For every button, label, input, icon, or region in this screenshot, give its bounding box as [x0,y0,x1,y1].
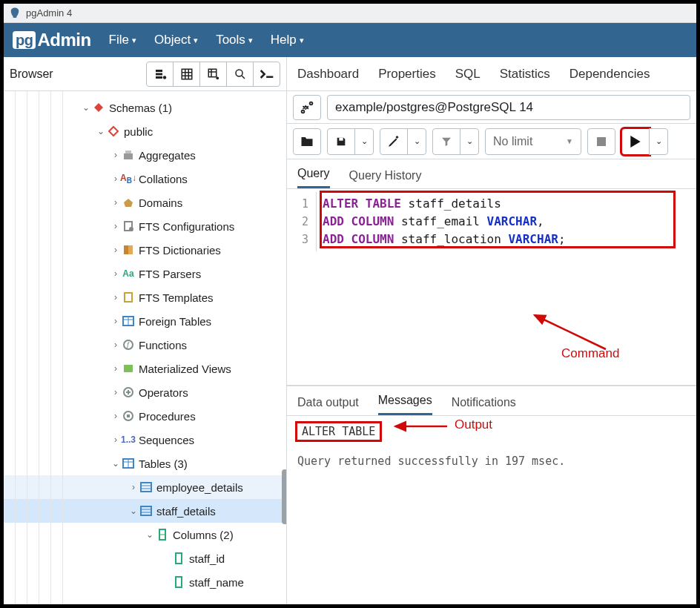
svg-rect-2 [208,69,217,77]
tree-item-operators[interactable]: ›Operators [4,380,286,404]
tree-item-fts-configurations[interactable]: ›FTS Configurations [4,214,286,238]
edit-dropdown[interactable]: ⌄ [407,128,426,155]
object-icon [121,196,136,208]
tree-item-materialized-views[interactable]: ›Materialized Views [4,357,286,380]
scrollbar-thumb[interactable] [282,469,286,524]
open-file-button[interactable] [293,128,321,155]
connection-selector[interactable]: example/postgres@PostgreSQL 14 [327,95,690,120]
menu-tools[interactable]: Tools▾ [216,33,253,47]
object-icon [121,410,136,422]
svg-rect-19 [127,414,130,417]
app-logo: pgAdmin [13,30,91,50]
tree-table-employee[interactable]: › employee_details [4,475,286,499]
chevron-down-icon[interactable]: ⌄ [96,126,106,136]
object-icon [121,315,136,327]
tab-notifications[interactable]: Notifications [452,396,516,415]
browser-search-icon[interactable] [226,62,254,87]
annotation-command-label: Command [561,346,619,361]
chevron-right-icon[interactable]: › [110,221,121,231]
browser-servers-icon[interactable] [146,62,174,87]
filter-button[interactable] [432,128,460,155]
tree-column-id[interactable]: staff_id [4,546,286,570]
tree-table-staff[interactable]: ⌄ staff_details [4,499,286,523]
tree-item-fts-templates[interactable]: ›FTS Templates [4,285,286,309]
menu-help[interactable]: Help▾ [271,33,304,47]
tables-icon [121,457,136,469]
tree-item-functions[interactable]: ›ƒFunctions [4,333,286,357]
object-icon [121,291,136,303]
tab-data-output[interactable]: Data output [297,396,359,415]
tree-tables[interactable]: ⌄ Tables (3) [4,452,286,475]
save-dropdown[interactable]: ⌄ [354,128,374,155]
tab-query-history[interactable]: Query History [349,169,422,188]
tab-dashboard[interactable]: Dashboard [297,67,359,82]
chevron-right-icon[interactable]: › [110,316,121,326]
browser-terminal-icon[interactable] [253,62,280,87]
object-icon: 1..3 [121,434,136,445]
stop-button[interactable] [587,128,615,155]
chevron-right-icon[interactable]: › [110,197,121,208]
browser-grid-icon[interactable] [173,62,200,87]
object-icon: ƒ [121,339,136,351]
tree-columns[interactable]: ⌄ Columns (2) [4,523,286,546]
menu-file[interactable]: File▾ [109,33,136,47]
tab-query[interactable]: Query [297,167,330,188]
chevron-down-icon[interactable]: ⌄ [145,529,155,540]
tree-item-collations[interactable]: ›AB↓Collations [4,167,286,191]
tab-properties[interactable]: Properties [378,67,435,82]
chevron-right-icon[interactable]: › [110,268,121,279]
menu-object[interactable]: Object▾ [154,33,198,47]
save-button[interactable] [327,128,355,155]
tree-item-sequences[interactable]: ›1..3Sequences [4,428,286,452]
edit-button[interactable] [380,128,408,155]
messages-panel: ALTER TABLE Output Query returned succes… [287,416,696,475]
svg-rect-5 [266,76,273,78]
tab-messages[interactable]: Messages [378,394,432,415]
chevron-down-icon[interactable]: ⌄ [81,102,91,113]
message-status: ALTER TABLE [297,423,380,440]
tree-public[interactable]: ⌄ public [4,119,286,143]
chevron-right-icon[interactable]: › [128,482,139,492]
main-tabs: Dashboard Properties SQL Statistics Depe… [287,57,696,91]
chevron-right-icon[interactable]: › [110,174,121,184]
tab-dependencies[interactable]: Dependencies [569,67,650,82]
tree-item-foreign-tables[interactable]: ›Foreign Tables [4,309,286,333]
browser-filter-icon[interactable] [199,62,227,87]
tree-schemas[interactable]: ⌄ Schemas (1) [4,96,286,119]
chevron-right-icon[interactable]: › [110,434,121,445]
filter-dropdown[interactable]: ⌄ [460,128,479,155]
svg-point-0 [162,76,166,79]
object-tree[interactable]: ⌄ Schemas (1) ⌄ public ›Aggregates›AB↓Co… [4,91,286,604]
chevron-right-icon[interactable]: › [110,292,121,303]
svg-rect-28 [339,137,343,140]
object-icon [121,149,136,161]
execute-dropdown[interactable]: ⌄ [649,128,668,155]
chevron-right-icon[interactable]: › [110,340,121,350]
object-icon: AB↓ [121,173,136,185]
svg-point-26 [302,110,305,113]
svg-rect-6 [124,153,133,159]
limit-selector[interactable]: No limit ▼ [485,128,581,155]
chevron-down-icon[interactable]: ⌄ [110,458,121,469]
sql-editor[interactable]: 123 ALTER TABLE staff_detailsADD COLUMN … [287,189,696,251]
tree-item-fts-parsers[interactable]: ›AaFTS Parsers [4,262,286,285]
object-icon [121,220,136,232]
chevron-down-icon[interactable]: ⌄ [128,506,139,516]
connection-icon[interactable] [293,95,321,120]
tree-column-name[interactable]: staff_name [4,570,286,594]
tab-statistics[interactable]: Statistics [500,67,550,82]
svg-rect-25 [176,577,182,587]
chevron-right-icon[interactable]: › [110,363,121,374]
tree-item-domains[interactable]: ›Domains [4,191,286,214]
chevron-right-icon[interactable]: › [110,245,121,255]
tree-item-procedures[interactable]: ›Procedures [4,404,286,428]
window-title: pgAdmin 4 [26,7,72,19]
execute-button[interactable] [621,128,650,155]
chevron-right-icon[interactable]: › [110,150,121,160]
tree-item-aggregates[interactable]: ›Aggregates [4,143,286,167]
tab-sql[interactable]: SQL [455,67,481,82]
svg-point-4 [236,70,242,76]
chevron-right-icon[interactable]: › [110,387,121,397]
chevron-right-icon[interactable]: › [110,411,121,421]
tree-item-fts-dictionaries[interactable]: ›FTS Dictionaries [4,238,286,262]
